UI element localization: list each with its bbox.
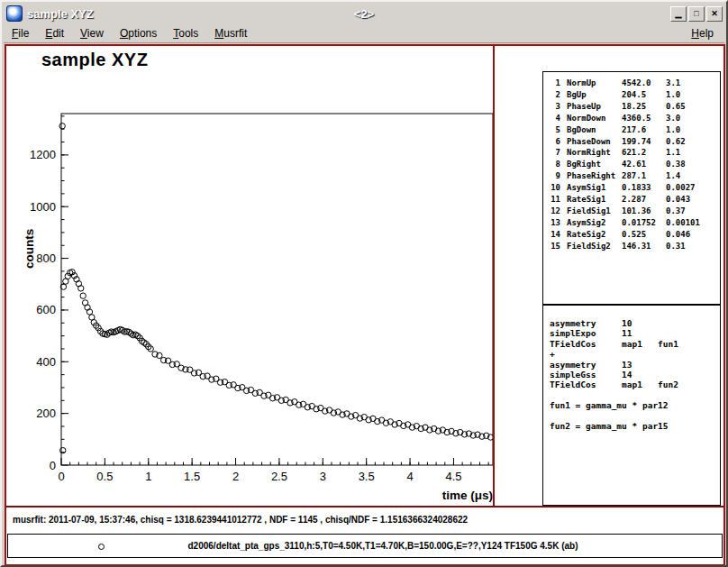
theory-line: asymmetry 13: [550, 360, 720, 370]
pad-border-vertical: [493, 46, 495, 507]
menu-options[interactable]: Options: [112, 24, 165, 42]
theory-lines: asymmetry 10simplExpo 11TFieldCos map1 f…: [550, 318, 720, 431]
pad-border-horizontal: [6, 506, 723, 508]
titlebar[interactable]: sample XYZ <2> ▁ □ ✕: [4, 4, 724, 23]
param-row: 2BgUp204.51.0: [549, 89, 720, 101]
app-icon[interactable]: [6, 5, 23, 22]
svg-text:400: 400: [36, 355, 56, 369]
close-icon: ✕: [711, 9, 718, 18]
param-row: 6PhaseDown199.740.62: [549, 136, 720, 148]
param-row: 12FieldSig1101.360.37: [549, 206, 720, 217]
menubar-items: FileEditViewOptionsToolsMusrfit: [4, 24, 255, 42]
svg-text:1000: 1000: [30, 200, 56, 214]
maximize-icon: □: [694, 9, 698, 18]
param-row: 13AsymSig20.017520.00101: [549, 217, 720, 229]
svg-text:3: 3: [320, 470, 326, 483]
param-rows: 1NormUp4542.03.12BgUp204.51.03PhaseUp18.…: [549, 78, 720, 252]
fit-parameters-box: 1NormUp4542.03.12BgUp204.51.03PhaseUp18.…: [542, 71, 721, 305]
menu-musrfit[interactable]: Musrfit: [206, 24, 255, 42]
plot-frame: [61, 114, 493, 465]
svg-text:1200: 1200: [30, 148, 56, 161]
maximize-button[interactable]: □: [688, 6, 705, 22]
svg-text:0: 0: [58, 470, 64, 483]
svg-text:200: 200: [36, 407, 56, 420]
x-axis-title: time (μs): [442, 489, 493, 502]
svg-text:800: 800: [36, 251, 56, 265]
svg-text:4.5: 4.5: [445, 470, 461, 483]
y-axis-title: counts: [23, 229, 36, 269]
app-window: { "window": { "title": "sample XYZ", "ce…: [0, 0, 728, 567]
menu-file[interactable]: File: [4, 24, 37, 42]
minimize-button[interactable]: ▁: [670, 6, 687, 22]
svg-text:4: 4: [406, 470, 413, 483]
svg-text:2: 2: [232, 470, 239, 483]
theory-line: +: [550, 349, 720, 359]
svg-text:3.5: 3.5: [359, 470, 375, 483]
param-row: 7NormRight621.21.1: [549, 147, 720, 159]
theory-box: asymmetry 10simplExpo 11TFieldCos map1 f…: [542, 305, 721, 506]
plot[interactable]: 00.511.522.533.544.5time (μs)02004006008…: [10, 102, 523, 512]
theory-line: [550, 390, 720, 400]
histogram-legend-box: d2006/deltat_pta_gps_3110,h:5,T0=4.50K,T…: [7, 534, 723, 558]
theory-line: simpleGss 14: [550, 370, 720, 380]
param-row: 15FieldSig2146.310.31: [549, 241, 720, 252]
svg-text:0: 0: [50, 459, 56, 472]
param-row: 4NormDown4360.53.0: [549, 113, 720, 124]
svg-text:1.5: 1.5: [184, 470, 200, 483]
param-row: 5BgDown217.61.0: [549, 124, 720, 136]
param-row: 11RateSig12.2870.043: [549, 194, 720, 206]
theory-line: TFieldCos map1 fun2: [550, 380, 720, 389]
histogram-legend-text: d2006/deltat_pta_gps_3110,h:5,T0=4.50K,T…: [44, 541, 722, 551]
menu-tools[interactable]: Tools: [165, 24, 206, 42]
param-row: 14RateSig20.5250.046: [549, 229, 720, 241]
param-row: 1NormUp4542.03.1: [549, 78, 720, 89]
fit-status-text: musrfit: 2011-07-09, 15:37:46, chisq = 1…: [13, 515, 468, 525]
titlebar-buttons: ▁ □ ✕: [670, 6, 724, 22]
theory-line: fun1 = gamma_mu * par12: [550, 400, 720, 410]
menubar: FileEditViewOptionsToolsMusrfit Help: [4, 23, 724, 43]
param-row: 3PhaseUp18.250.65: [549, 101, 720, 113]
svg-text:0.5: 0.5: [96, 470, 113, 483]
svg-text:1: 1: [145, 470, 151, 483]
data-points: [59, 123, 494, 453]
theory-line: fun2 = gamma_mu * par15: [550, 421, 720, 431]
root-canvas: sample XYZ 00.511.522.533.544.5time (μs)…: [5, 44, 725, 566]
menu-edit[interactable]: Edit: [37, 24, 72, 42]
minimize-icon: ▁: [676, 9, 682, 18]
window-title: sample XYZ: [27, 7, 94, 21]
theory-line: simplExpo 11: [550, 328, 720, 338]
param-row: 9PhaseRight287.11.4: [549, 170, 720, 182]
theory-line: TFieldCos map1 fun1: [550, 339, 720, 349]
theory-line: [550, 411, 720, 421]
svg-text:2.5: 2.5: [271, 470, 287, 483]
plot-title: sample XYZ: [41, 50, 148, 70]
param-row: 8BgRight42.610.38: [549, 159, 720, 170]
svg-text:600: 600: [36, 303, 56, 316]
x-axis: 00.511.522.533.544.5time (μs): [58, 458, 493, 502]
window-instance-label: <2>: [354, 7, 374, 21]
menu-view[interactable]: View: [72, 24, 112, 42]
close-button[interactable]: ✕: [706, 6, 723, 22]
param-row: 10AsymSig10.18330.0027: [549, 182, 720, 194]
menu-help[interactable]: Help: [680, 24, 724, 42]
theory-line: asymmetry 10: [550, 318, 720, 328]
